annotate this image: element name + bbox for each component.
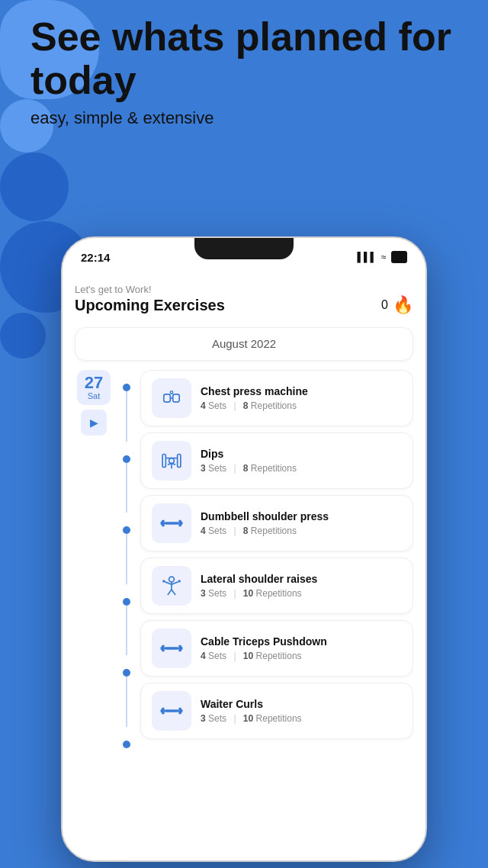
- svg-rect-31: [162, 708, 164, 715]
- svg-rect-15: [178, 520, 181, 527]
- wifi-icon: ≈: [381, 252, 387, 262]
- svg-line-24: [172, 590, 175, 595]
- timeline-dot-5: [123, 669, 130, 677]
- exercise-name: Waiter Curls: [201, 698, 402, 710]
- phone-notch: [194, 238, 294, 259]
- exercise-meta: 3 Sets | 10 Repetitions: [201, 588, 402, 599]
- svg-point-21: [162, 580, 165, 582]
- exercise-icon-box: [152, 628, 191, 668]
- exercise-name: Lateral shoulder raises: [201, 573, 402, 585]
- timeline-line-1: [126, 391, 127, 442]
- flame-icon: 🔥: [393, 295, 413, 315]
- exercise-info: Lateral shoulder raises3 Sets | 10 Repet…: [201, 573, 402, 599]
- svg-rect-6: [178, 455, 181, 468]
- exercise-card[interactable]: Dumbbell shoulder press4 Sets | 8 Repeti…: [140, 495, 413, 551]
- exercise-info: Chest press machine4 Sets | 8 Repetition…: [201, 385, 402, 411]
- status-time: 22:14: [81, 251, 110, 264]
- screen-header: Let's get to Work! Upcoming Exercises 0 …: [75, 284, 413, 315]
- day-left: 27 Sat ▶: [75, 370, 113, 748]
- svg-rect-5: [162, 455, 165, 468]
- streak-count: 0: [381, 298, 388, 312]
- timeline-dot-2: [123, 455, 130, 463]
- svg-rect-28: [178, 645, 181, 652]
- exercise-name: Chest press machine: [201, 385, 402, 397]
- exercise-name: Cable Triceps Pushdown: [201, 635, 402, 648]
- upcoming-row: Upcoming Exercises 0 🔥: [75, 295, 413, 315]
- svg-rect-1: [173, 394, 180, 402]
- exercise-icon-box: [152, 441, 191, 481]
- svg-line-23: [168, 590, 172, 595]
- timeline-dot-1: [123, 384, 130, 391]
- section-title: Upcoming Exercises: [75, 297, 225, 314]
- exercise-list: 27 Sat ▶: [75, 370, 413, 847]
- play-button[interactable]: ▶: [81, 410, 107, 436]
- date-card: August 2022: [75, 327, 413, 361]
- timeline-line-4: [126, 606, 127, 656]
- page-subtitle: easy, simple & extensive: [30, 108, 458, 128]
- exercise-icon-box: [152, 566, 191, 606]
- svg-point-17: [169, 577, 175, 582]
- phone-screen: Let's get to Work! Upcoming Exercises 0 …: [63, 272, 425, 860]
- day-number: 27: [85, 375, 103, 391]
- svg-point-4: [170, 391, 172, 394]
- day-name: Sat: [85, 391, 103, 400]
- battery-badge: 22: [391, 251, 407, 263]
- exercise-card[interactable]: Lateral shoulder raises3 Sets | 10 Repet…: [140, 558, 413, 614]
- day-section: 27 Sat ▶: [75, 370, 413, 748]
- exercise-meta: 4 Sets | 8 Repetitions: [201, 400, 402, 411]
- svg-point-8: [169, 458, 175, 464]
- exercise-icon-box: [152, 378, 191, 418]
- exercise-icon-box: [152, 691, 191, 731]
- phone-frame: 22:14 ▌▌▌ ≈ 22 Let's get to Work! Upcomi…: [61, 236, 427, 862]
- streak-area: 0 🔥: [381, 295, 413, 315]
- svg-rect-34: [165, 709, 179, 712]
- svg-point-22: [178, 580, 181, 582]
- exercise-icon-box: [152, 503, 191, 543]
- exercise-card[interactable]: Cable Triceps Pushdown4 Sets | 10 Repeti…: [140, 620, 413, 677]
- exercise-card[interactable]: Dips3 Sets | 8 Repetitions: [140, 432, 413, 489]
- svg-rect-33: [178, 708, 181, 715]
- header-section: See whats planned for today easy, simple…: [30, 15, 458, 128]
- exercise-name: Dips: [201, 448, 402, 460]
- svg-rect-29: [165, 647, 179, 649]
- timeline-dot-4: [123, 598, 130, 606]
- exercise-meta: 4 Sets | 8 Repetitions: [201, 526, 402, 536]
- exercise-meta: 3 Sets | 10 Repetitions: [201, 713, 402, 724]
- timeline-col: [120, 370, 133, 748]
- phone-wrapper: 22:14 ▌▌▌ ≈ 22 Let's get to Work! Upcomi…: [61, 236, 473, 868]
- bg-blob-left-mid: [0, 153, 69, 221]
- exercise-info: Waiter Curls3 Sets | 10 Repetitions: [201, 698, 402, 724]
- greeting-text: Let's get to Work!: [75, 284, 413, 295]
- exercise-meta: 4 Sets | 10 Repetitions: [201, 651, 402, 661]
- timeline-line-3: [126, 534, 127, 584]
- exercise-name: Dumbbell shoulder press: [201, 510, 402, 522]
- exercise-info: Cable Triceps Pushdown4 Sets | 10 Repeti…: [201, 635, 402, 661]
- timeline-dot-3: [123, 526, 130, 534]
- signal-icon: ▌▌▌: [358, 252, 377, 262]
- exercises-col: Chest press machine4 Sets | 8 Repetition…: [140, 370, 413, 748]
- svg-rect-26: [162, 645, 164, 652]
- exercise-card[interactable]: Waiter Curls3 Sets | 10 Repetitions: [140, 683, 413, 739]
- exercise-meta: 3 Sets | 8 Repetitions: [201, 463, 402, 474]
- timeline-line-2: [126, 463, 127, 513]
- svg-rect-0: [164, 394, 171, 402]
- exercise-card[interactable]: Chest press machine4 Sets | 8 Repetition…: [140, 370, 413, 426]
- date-label: August 2022: [212, 337, 276, 350]
- svg-rect-13: [162, 520, 164, 527]
- exercise-info: Dips3 Sets | 8 Repetitions: [201, 448, 402, 474]
- exercise-info: Dumbbell shoulder press4 Sets | 8 Repeti…: [201, 510, 402, 536]
- status-icons: ▌▌▌ ≈ 22: [358, 251, 407, 263]
- timeline-dot-6: [123, 741, 130, 748]
- timeline-line-5: [126, 677, 127, 727]
- bg-blob-bottom-right: [0, 313, 46, 358]
- svg-rect-16: [165, 522, 179, 524]
- page-title: See whats planned for today: [30, 15, 458, 102]
- day-badge: 27 Sat: [77, 370, 111, 405]
